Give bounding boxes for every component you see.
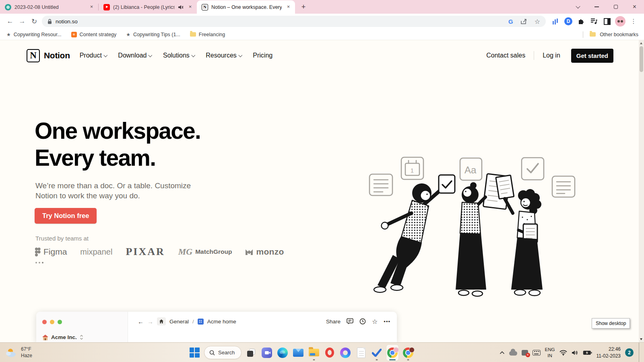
- bookmark-label: Freelancing: [199, 32, 225, 37]
- favorite-star-icon[interactable]: ☆: [372, 318, 378, 325]
- language-indicator[interactable]: ENG IN: [545, 347, 555, 358]
- todo-check-icon: [372, 349, 382, 357]
- wifi-icon[interactable]: [559, 350, 567, 356]
- extensions-puzzle-icon[interactable]: [576, 16, 586, 27]
- bookmark-content-strategy[interactable]: ✳ Content strategy: [71, 32, 117, 37]
- bookmark-star-icon[interactable]: ☆: [535, 18, 540, 25]
- edge-button[interactable]: [277, 345, 289, 361]
- tab-notion-doc[interactable]: 2023-02-08 Untitled ×: [0, 0, 98, 14]
- window-controls: ×: [568, 0, 644, 14]
- maximize-light-icon[interactable]: [58, 320, 62, 324]
- get-started-button[interactable]: Get started: [571, 49, 613, 63]
- mail-button[interactable]: [292, 345, 304, 361]
- weather-widget[interactable]: 67°F Haze: [5, 343, 32, 362]
- hero-illustration: 1 Aa: [361, 154, 582, 302]
- bookmark-label: Content strategy: [80, 32, 117, 37]
- nav-solutions[interactable]: Solutions: [163, 52, 194, 59]
- person-right: [496, 175, 543, 296]
- bookmark-copywriting-tips[interactable]: ★ Copywriting Tips (1...: [126, 32, 180, 37]
- tab-search-chevron-icon[interactable]: [568, 0, 587, 14]
- home-icon[interactable]: [157, 317, 166, 325]
- nav-pricing[interactable]: Pricing: [253, 52, 272, 59]
- blue-d-extension-icon[interactable]: D: [563, 16, 574, 27]
- maximize-button[interactable]: [606, 0, 625, 14]
- todo-app-button[interactable]: [371, 345, 383, 361]
- tab-close-icon[interactable]: ×: [187, 4, 194, 10]
- app-back-icon[interactable]: ←: [138, 318, 144, 325]
- close-light-icon[interactable]: [42, 320, 47, 324]
- taskbar-search[interactable]: Search: [204, 346, 242, 359]
- file-explorer-button[interactable]: [308, 345, 320, 361]
- notion-logo-icon[interactable]: N: [27, 49, 40, 62]
- tab-audio-icon[interactable]: [178, 5, 184, 10]
- split-screen-extension-icon[interactable]: [602, 16, 612, 27]
- nav-download[interactable]: Download: [118, 52, 152, 59]
- forward-button[interactable]: →: [16, 15, 28, 27]
- site-header: N Notion Product Download Solutions Reso…: [0, 40, 644, 63]
- notification-badge[interactable]: 2: [625, 348, 634, 357]
- log-in-link[interactable]: Log in: [543, 52, 560, 59]
- battery-icon[interactable]: [583, 350, 592, 355]
- task-view-button[interactable]: [245, 345, 257, 361]
- notion-favicon-icon: N: [202, 4, 208, 10]
- profile-avatar[interactable]: [615, 16, 625, 27]
- app-forward-icon[interactable]: →: [147, 318, 153, 325]
- scroll-up-arrow-icon[interactable]: [640, 42, 642, 44]
- chrome-profile1-button[interactable]: [386, 345, 398, 361]
- bookmark-label: Copywriting Resour...: [14, 32, 62, 37]
- video-call-app-button[interactable]: [261, 345, 273, 361]
- notion-homepage: N Notion Product Download Solutions Reso…: [0, 40, 644, 342]
- breadcrumb-page[interactable]: Acme home: [207, 319, 236, 325]
- chrome-menu-icon[interactable]: ⋮: [628, 16, 639, 27]
- stats-extension-icon[interactable]: [550, 16, 561, 27]
- playlist-extension-icon[interactable]: [589, 16, 599, 27]
- bookmark-copywriting-resources[interactable]: ★ Copywriting Resour...: [6, 32, 62, 37]
- updates-clock-icon[interactable]: [359, 318, 366, 325]
- breadcrumb-section[interactable]: General: [169, 319, 189, 325]
- nav-product[interactable]: Product: [80, 52, 107, 59]
- address-bar[interactable]: notion.so G ☆: [42, 16, 546, 27]
- opera-button[interactable]: [324, 345, 336, 361]
- chrome-profile2-button[interactable]: [402, 345, 414, 361]
- brand-name[interactable]: Notion: [44, 51, 70, 60]
- onedrive-icon[interactable]: [509, 350, 517, 356]
- other-bookmarks[interactable]: Other bookmarks: [583, 31, 638, 38]
- lock-icon: [47, 19, 52, 24]
- more-options-icon[interactable]: •••: [384, 319, 390, 325]
- page-scrollbar[interactable]: [639, 40, 644, 342]
- volume-icon[interactable]: [572, 350, 578, 356]
- new-tab-button[interactable]: +: [298, 2, 309, 12]
- try-notion-free-button[interactable]: Try Notion free: [35, 208, 97, 224]
- scroll-down-arrow-icon[interactable]: [640, 338, 642, 340]
- start-button[interactable]: [188, 345, 200, 361]
- sync-error-icon[interactable]: [522, 350, 528, 356]
- scrollbar-thumb[interactable]: [640, 46, 643, 72]
- nav-resources[interactable]: Resources: [206, 52, 242, 59]
- tab-notion-site-active[interactable]: N Notion – One workspace. Every t ×: [197, 0, 295, 14]
- close-window-button[interactable]: ×: [625, 0, 644, 14]
- share-button[interactable]: Share: [326, 319, 341, 325]
- clock[interactable]: 22:46 11-02-2023: [597, 346, 621, 359]
- reload-button[interactable]: ↻: [28, 15, 40, 27]
- up-down-chevron-icon: [80, 335, 83, 340]
- back-button[interactable]: ←: [4, 15, 16, 27]
- customer-logos: Figma mixpanel PIXAR MG MatchGroup monzo: [35, 243, 284, 260]
- share-icon[interactable]: [520, 19, 527, 25]
- show-desktop-button[interactable]: [639, 343, 641, 362]
- touch-keyboard-icon[interactable]: [533, 350, 541, 356]
- hidden-icons-chevron-icon[interactable]: [500, 351, 505, 354]
- weather-condition: Haze: [21, 353, 32, 359]
- bookmark-freelancing-folder[interactable]: Freelancing: [190, 32, 225, 37]
- office-swirl-icon: [340, 348, 351, 358]
- notepad-button[interactable]: [355, 345, 367, 361]
- google-search-icon[interactable]: G: [508, 18, 513, 25]
- minimize-light-icon[interactable]: [50, 320, 54, 324]
- tab-close-icon[interactable]: ×: [285, 4, 292, 10]
- office-app-button[interactable]: [339, 345, 351, 361]
- tab-youtube[interactable]: (2) Libianca - People (Lyrics) - ×: [99, 0, 197, 14]
- tab-close-icon[interactable]: ×: [88, 4, 95, 10]
- workspace-switcher[interactable]: Acme Inc.: [42, 334, 83, 340]
- comments-icon[interactable]: [347, 318, 353, 325]
- contact-sales-link[interactable]: Contact sales: [486, 52, 525, 59]
- minimize-button[interactable]: [587, 0, 606, 14]
